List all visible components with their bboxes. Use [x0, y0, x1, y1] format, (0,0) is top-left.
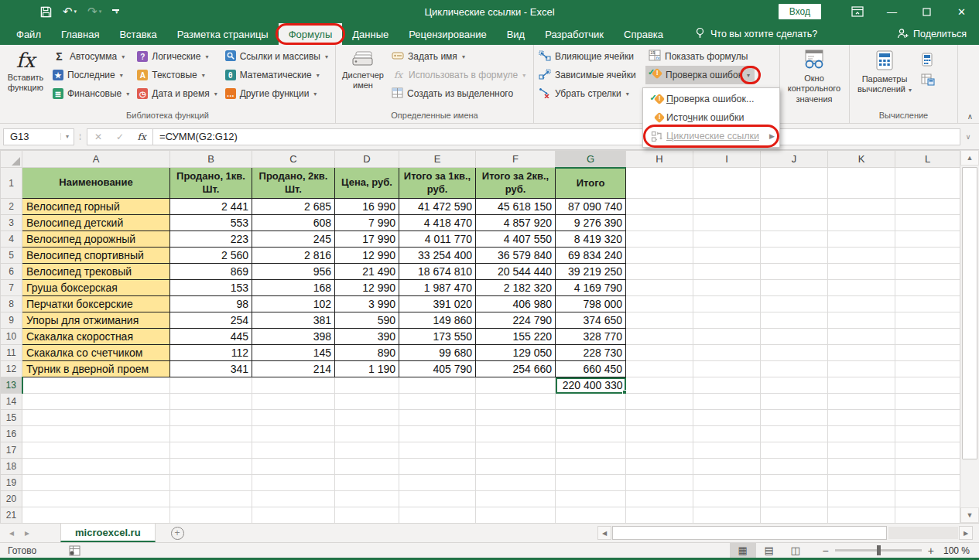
- cell-D5[interactable]: 12 990: [335, 248, 399, 264]
- tab-данные[interactable]: Данные: [342, 23, 399, 45]
- scroll-down-icon[interactable]: ▼: [960, 507, 979, 523]
- cell[interactable]: [556, 394, 626, 410]
- cell[interactable]: [828, 426, 895, 442]
- row-header-9[interactable]: 9: [1, 312, 22, 329]
- cell[interactable]: [828, 312, 895, 329]
- cell[interactable]: [170, 459, 252, 475]
- row-header-20[interactable]: 20: [1, 491, 22, 507]
- cell[interactable]: [399, 475, 476, 491]
- row-header-11[interactable]: 11: [1, 345, 22, 361]
- tab-главная[interactable]: Главная: [51, 23, 109, 45]
- cell[interactable]: [693, 280, 761, 296]
- cell-C6[interactable]: 956: [252, 264, 335, 280]
- cell[interactable]: [335, 507, 399, 524]
- row-header-14[interactable]: 14: [1, 394, 22, 410]
- datetime-button[interactable]: ◷Дата и время▾: [134, 84, 221, 103]
- cell[interactable]: [399, 491, 476, 507]
- cell[interactable]: [895, 394, 960, 410]
- cell-B6[interactable]: 869: [170, 264, 252, 280]
- cell[interactable]: [22, 426, 170, 442]
- cell[interactable]: [476, 377, 556, 394]
- name-box-caret-icon[interactable]: ▾: [60, 133, 74, 140]
- ribbon-display-options-icon[interactable]: [840, 0, 875, 23]
- cell[interactable]: [761, 329, 828, 345]
- cell[interactable]: [626, 475, 693, 491]
- cell[interactable]: [626, 296, 693, 312]
- row-header-10[interactable]: 10: [1, 329, 22, 345]
- cell[interactable]: [828, 377, 895, 394]
- cell[interactable]: [828, 361, 895, 377]
- header-cell-E1[interactable]: Итого за 1кв., руб.: [399, 168, 476, 199]
- cell-D10[interactable]: 390: [335, 329, 399, 345]
- tab-вставка[interactable]: Вставка: [109, 23, 166, 45]
- cell[interactable]: [693, 345, 761, 361]
- column-header-D[interactable]: D: [335, 151, 399, 168]
- cell[interactable]: [895, 345, 960, 361]
- cell-G2[interactable]: 87 090 740: [556, 199, 626, 215]
- cell[interactable]: [761, 426, 828, 442]
- cell[interactable]: [693, 507, 761, 524]
- cell[interactable]: [476, 507, 556, 524]
- cell[interactable]: [761, 231, 828, 248]
- customize-qat-icon[interactable]: ▾: [112, 9, 119, 14]
- cell-B4[interactable]: 223: [170, 231, 252, 248]
- cell[interactable]: [761, 248, 828, 264]
- cell-C10[interactable]: 398: [252, 329, 335, 345]
- cell[interactable]: [252, 507, 335, 524]
- cell-G5[interactable]: 69 834 240: [556, 248, 626, 264]
- cell-B5[interactable]: 2 560: [170, 248, 252, 264]
- tab-разработчик[interactable]: Разработчик: [535, 23, 614, 45]
- cell-E7[interactable]: 1 987 470: [399, 280, 476, 296]
- cell[interactable]: [895, 231, 960, 248]
- cell-B7[interactable]: 153: [170, 280, 252, 296]
- tell-me-search[interactable]: Что вы хотите сделать?: [695, 23, 817, 45]
- trace-dependents-button[interactable]: Зависимые ячейки: [536, 66, 645, 84]
- cell[interactable]: [626, 361, 693, 377]
- cell[interactable]: [761, 459, 828, 475]
- dropdown-caret-icon[interactable]: ▾: [313, 90, 317, 97]
- cell[interactable]: [895, 215, 960, 231]
- cell[interactable]: [761, 442, 828, 459]
- cell[interactable]: [626, 426, 693, 442]
- cell[interactable]: [895, 248, 960, 264]
- save-icon[interactable]: [40, 6, 52, 18]
- cell[interactable]: [626, 264, 693, 280]
- cell[interactable]: [828, 345, 895, 361]
- share-button[interactable]: Поделиться: [885, 23, 979, 45]
- cell[interactable]: [761, 280, 828, 296]
- cell[interactable]: [22, 394, 170, 410]
- cell[interactable]: [895, 410, 960, 426]
- remove-arrows-button[interactable]: Убрать стрелки▾: [536, 84, 645, 103]
- text-button[interactable]: AТекстовые▾: [134, 66, 221, 84]
- cell[interactable]: [761, 394, 828, 410]
- cell[interactable]: [252, 377, 335, 394]
- column-header-J[interactable]: J: [761, 151, 828, 168]
- cell[interactable]: [828, 231, 895, 248]
- cell-A8[interactable]: Перчатки боксерские: [22, 296, 170, 312]
- cell-E2[interactable]: 41 472 590: [399, 199, 476, 215]
- cell[interactable]: [895, 377, 960, 394]
- undo-icon[interactable]: ↶▾: [63, 5, 77, 19]
- cell[interactable]: [399, 507, 476, 524]
- cell[interactable]: [476, 475, 556, 491]
- header-cell-G1[interactable]: Итого: [556, 168, 626, 199]
- define-name-button[interactable]: Задать имя▾: [389, 47, 530, 66]
- cell-F7[interactable]: 2 182 320: [476, 280, 556, 296]
- cell-E6[interactable]: 18 674 810: [399, 264, 476, 280]
- cell[interactable]: [335, 426, 399, 442]
- view-page-layout-icon[interactable]: ▤: [756, 543, 782, 558]
- cell[interactable]: [335, 475, 399, 491]
- cell-G6[interactable]: 39 219 250: [556, 264, 626, 280]
- cell-B9[interactable]: 254: [170, 312, 252, 329]
- zoom-out-icon[interactable]: −: [823, 545, 829, 557]
- cell[interactable]: [626, 507, 693, 524]
- cell[interactable]: [761, 264, 828, 280]
- row-header-19[interactable]: 19: [1, 475, 22, 491]
- use-in-formula-button[interactable]: fxИспользовать в формуле▾: [389, 66, 530, 84]
- header-cell-B1[interactable]: Продано, 1кв. Шт.: [170, 168, 252, 199]
- cell[interactable]: [335, 410, 399, 426]
- cell[interactable]: [626, 248, 693, 264]
- cell[interactable]: [828, 475, 895, 491]
- cell[interactable]: [828, 394, 895, 410]
- scroll-left-icon[interactable]: ◀: [597, 526, 611, 540]
